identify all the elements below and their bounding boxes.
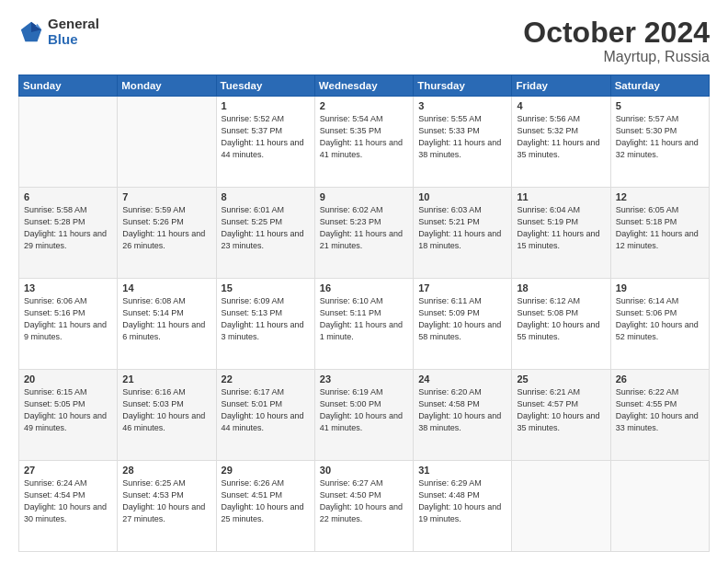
weekday-header: Sunday <box>19 75 118 97</box>
calendar-cell: 29Sunrise: 6:26 AM Sunset: 4:51 PM Dayli… <box>216 461 314 552</box>
day-info: Sunrise: 5:58 AM Sunset: 5:28 PM Dayligh… <box>24 204 112 252</box>
calendar-week-row: 13Sunrise: 6:06 AM Sunset: 5:16 PM Dayli… <box>19 279 710 370</box>
day-number: 13 <box>24 282 112 293</box>
calendar-week-row: 1Sunrise: 5:52 AM Sunset: 5:37 PM Daylig… <box>19 97 710 188</box>
location: Mayrtup, Russia <box>523 49 710 65</box>
day-number: 12 <box>616 191 704 202</box>
calendar-table: SundayMondayTuesdayWednesdayThursdayFrid… <box>18 75 710 552</box>
day-number: 29 <box>222 465 310 476</box>
day-number: 7 <box>122 191 210 202</box>
day-number: 11 <box>517 191 605 202</box>
calendar-cell <box>512 461 610 552</box>
day-info: Sunrise: 6:15 AM Sunset: 5:05 PM Dayligh… <box>24 386 112 434</box>
day-number: 19 <box>616 282 704 293</box>
calendar-cell <box>610 461 709 552</box>
calendar-cell: 22Sunrise: 6:17 AM Sunset: 5:01 PM Dayli… <box>216 370 314 461</box>
calendar-cell: 23Sunrise: 6:19 AM Sunset: 5:00 PM Dayli… <box>314 370 413 461</box>
month-title: October 2024 <box>523 17 710 49</box>
calendar-cell: 31Sunrise: 6:29 AM Sunset: 4:48 PM Dayli… <box>414 461 512 552</box>
weekday-header: Tuesday <box>216 75 314 97</box>
calendar-cell: 21Sunrise: 6:16 AM Sunset: 5:03 PM Dayli… <box>118 370 216 461</box>
weekday-header: Wednesday <box>314 75 413 97</box>
day-info: Sunrise: 6:09 AM Sunset: 5:13 PM Dayligh… <box>222 295 310 343</box>
weekday-header: Thursday <box>414 75 512 97</box>
calendar-cell: 5Sunrise: 5:57 AM Sunset: 5:30 PM Daylig… <box>610 97 709 188</box>
calendar-cell: 27Sunrise: 6:24 AM Sunset: 4:54 PM Dayli… <box>19 461 118 552</box>
day-info: Sunrise: 6:02 AM Sunset: 5:23 PM Dayligh… <box>320 204 408 252</box>
day-info: Sunrise: 6:10 AM Sunset: 5:11 PM Dayligh… <box>320 295 408 343</box>
day-info: Sunrise: 6:06 AM Sunset: 5:16 PM Dayligh… <box>24 295 112 343</box>
calendar-cell <box>118 97 216 188</box>
day-info: Sunrise: 5:54 AM Sunset: 5:35 PM Dayligh… <box>320 113 408 161</box>
page: General Blue October 2024 Mayrtup, Russi… <box>0 0 728 563</box>
day-number: 31 <box>418 465 506 476</box>
calendar-cell: 17Sunrise: 6:11 AM Sunset: 5:09 PM Dayli… <box>414 279 512 370</box>
day-info: Sunrise: 6:22 AM Sunset: 4:55 PM Dayligh… <box>616 386 704 434</box>
day-number: 16 <box>320 282 408 293</box>
day-number: 27 <box>24 465 112 476</box>
day-info: Sunrise: 6:17 AM Sunset: 5:01 PM Dayligh… <box>222 386 310 434</box>
calendar-cell: 18Sunrise: 6:12 AM Sunset: 5:08 PM Dayli… <box>512 279 610 370</box>
calendar-cell: 25Sunrise: 6:21 AM Sunset: 4:57 PM Dayli… <box>512 370 610 461</box>
calendar-cell: 12Sunrise: 6:05 AM Sunset: 5:18 PM Dayli… <box>610 188 709 279</box>
day-number: 20 <box>24 373 112 385</box>
day-info: Sunrise: 6:16 AM Sunset: 5:03 PM Dayligh… <box>122 386 210 434</box>
day-number: 1 <box>222 100 310 111</box>
day-number: 30 <box>320 465 408 476</box>
weekday-header: Saturday <box>610 75 709 97</box>
day-info: Sunrise: 5:55 AM Sunset: 5:33 PM Dayligh… <box>418 113 506 161</box>
day-number: 26 <box>616 373 704 385</box>
day-number: 17 <box>418 282 506 293</box>
weekday-header-row: SundayMondayTuesdayWednesdayThursdayFrid… <box>19 75 710 97</box>
calendar-cell: 26Sunrise: 6:22 AM Sunset: 4:55 PM Dayli… <box>610 370 709 461</box>
day-info: Sunrise: 6:25 AM Sunset: 4:53 PM Dayligh… <box>122 477 210 525</box>
day-number: 21 <box>122 373 210 385</box>
day-number: 3 <box>418 100 506 111</box>
calendar-cell: 16Sunrise: 6:10 AM Sunset: 5:11 PM Dayli… <box>314 279 413 370</box>
day-info: Sunrise: 6:03 AM Sunset: 5:21 PM Dayligh… <box>418 204 506 252</box>
calendar-cell: 24Sunrise: 6:20 AM Sunset: 4:58 PM Dayli… <box>414 370 512 461</box>
day-number: 25 <box>517 373 605 385</box>
weekday-header: Monday <box>118 75 216 97</box>
day-info: Sunrise: 6:21 AM Sunset: 4:57 PM Dayligh… <box>517 386 605 434</box>
day-info: Sunrise: 6:27 AM Sunset: 4:50 PM Dayligh… <box>320 477 408 525</box>
day-number: 14 <box>122 282 210 293</box>
day-info: Sunrise: 5:52 AM Sunset: 5:37 PM Dayligh… <box>222 113 310 161</box>
calendar-cell: 3Sunrise: 5:55 AM Sunset: 5:33 PM Daylig… <box>414 97 512 188</box>
day-info: Sunrise: 5:57 AM Sunset: 5:30 PM Dayligh… <box>616 113 704 161</box>
day-number: 23 <box>320 373 408 385</box>
calendar-cell: 13Sunrise: 6:06 AM Sunset: 5:16 PM Dayli… <box>19 279 118 370</box>
calendar-cell: 6Sunrise: 5:58 AM Sunset: 5:28 PM Daylig… <box>19 188 118 279</box>
calendar-cell: 4Sunrise: 5:56 AM Sunset: 5:32 PM Daylig… <box>512 97 610 188</box>
day-number: 22 <box>222 373 310 385</box>
day-number: 15 <box>222 282 310 293</box>
day-number: 28 <box>122 465 210 476</box>
calendar-cell: 10Sunrise: 6:03 AM Sunset: 5:21 PM Dayli… <box>414 188 512 279</box>
day-number: 5 <box>616 100 704 111</box>
calendar-cell: 1Sunrise: 5:52 AM Sunset: 5:37 PM Daylig… <box>216 97 314 188</box>
day-number: 2 <box>320 100 408 111</box>
day-info: Sunrise: 5:59 AM Sunset: 5:26 PM Dayligh… <box>122 204 210 252</box>
day-info: Sunrise: 6:29 AM Sunset: 4:48 PM Dayligh… <box>418 477 506 525</box>
day-number: 8 <box>222 191 310 202</box>
calendar-cell: 19Sunrise: 6:14 AM Sunset: 5:06 PM Dayli… <box>610 279 709 370</box>
logo-blue-text: Blue <box>48 32 99 48</box>
calendar-week-row: 27Sunrise: 6:24 AM Sunset: 4:54 PM Dayli… <box>19 461 710 552</box>
logo-icon <box>18 19 44 45</box>
calendar-cell: 2Sunrise: 5:54 AM Sunset: 5:35 PM Daylig… <box>314 97 413 188</box>
day-info: Sunrise: 6:26 AM Sunset: 4:51 PM Dayligh… <box>222 477 310 525</box>
calendar-week-row: 20Sunrise: 6:15 AM Sunset: 5:05 PM Dayli… <box>19 370 710 461</box>
logo-text: General Blue <box>48 17 99 47</box>
day-info: Sunrise: 6:12 AM Sunset: 5:08 PM Dayligh… <box>517 295 605 343</box>
day-info: Sunrise: 6:24 AM Sunset: 4:54 PM Dayligh… <box>24 477 112 525</box>
logo-general-text: General <box>48 17 99 32</box>
calendar-week-row: 6Sunrise: 5:58 AM Sunset: 5:28 PM Daylig… <box>19 188 710 279</box>
calendar-cell: 30Sunrise: 6:27 AM Sunset: 4:50 PM Dayli… <box>314 461 413 552</box>
day-number: 9 <box>320 191 408 202</box>
calendar-cell: 11Sunrise: 6:04 AM Sunset: 5:19 PM Dayli… <box>512 188 610 279</box>
calendar-cell <box>19 97 118 188</box>
day-info: Sunrise: 6:19 AM Sunset: 5:00 PM Dayligh… <box>320 386 408 434</box>
day-number: 10 <box>418 191 506 202</box>
day-info: Sunrise: 6:05 AM Sunset: 5:18 PM Dayligh… <box>616 204 704 252</box>
calendar-cell: 8Sunrise: 6:01 AM Sunset: 5:25 PM Daylig… <box>216 188 314 279</box>
